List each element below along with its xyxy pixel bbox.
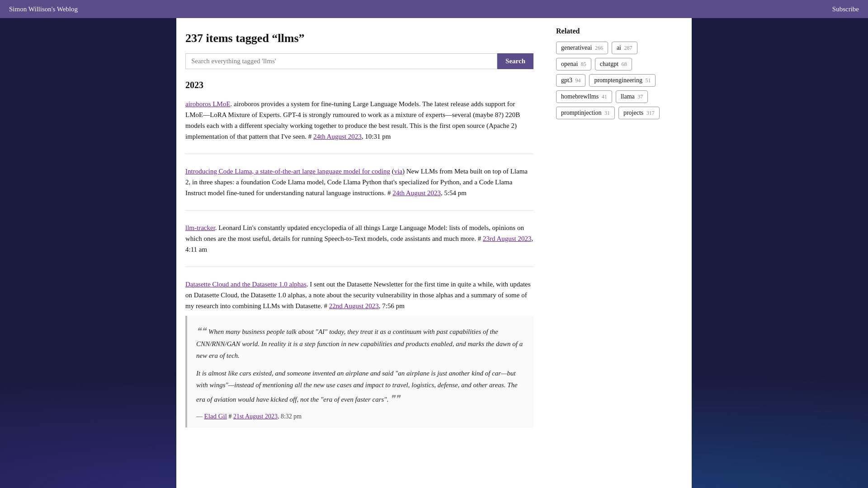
blockquote-attribution: — Elad Gil # 21st August 2023, 8:32 pm — [196, 413, 524, 420]
tag-badge-ai[interactable]: ai 287 — [612, 42, 637, 54]
blockquote: ❝❝ When many business people talk about … — [185, 316, 533, 427]
entry-2-text: Introducing Code Llama, a state-of-the-a… — [185, 166, 533, 198]
entry-datasette-cloud: Datasette Cloud and the Datasette 1.0 al… — [185, 279, 533, 444]
site-title: Simon Willison's Weblog — [9, 5, 78, 13]
tag-badge-llama[interactable]: llama 37 — [616, 90, 648, 103]
search-button[interactable]: Search — [497, 53, 533, 69]
tag-badge-gpt3[interactable]: gpt3 94 — [556, 74, 585, 87]
entry-4-date-link[interactable]: 22nd August 2023 — [329, 302, 379, 310]
entry-3-text: llm-tracker. Leonard Lin's constantly up… — [185, 222, 533, 255]
site-header: Simon Willison's Weblog Subscribe — [0, 0, 868, 18]
tag-badge-promptengineering[interactable]: promptengineering 51 — [589, 74, 656, 87]
tag-badge-homebrewllms[interactable]: homebrewllms 41 — [556, 90, 612, 103]
blockquote-p1: ❝❝ When many business people talk about … — [196, 323, 524, 361]
search-bar: Search — [185, 53, 533, 69]
entry-code-llama: Introducing Code Llama, a state-of-the-a… — [185, 166, 533, 211]
tag-badge-openai[interactable]: openai 85 — [556, 58, 591, 70]
entry-2-via-link[interactable]: via — [394, 168, 402, 175]
tag-badge-generativeai[interactable]: generativeai 266 — [556, 42, 608, 54]
main-content: 237 items tagged “llms” Search 2023 airo… — [176, 18, 547, 488]
entry-3-date-link[interactable]: 23rd August 2023 — [483, 235, 532, 242]
close-quote-mark: ❞❞ — [390, 394, 400, 404]
entry-1-date-link[interactable]: 24th August 2023 — [313, 133, 362, 140]
tag-badge-projects[interactable]: projects 317 — [618, 107, 660, 119]
blockquote-p2: It is almost like cars existed, and some… — [196, 368, 524, 406]
entry-llm-tracker: llm-tracker. Leonard Lin's constantly up… — [185, 222, 533, 267]
entry-1-title-link[interactable]: airoboros LMoE — [185, 100, 231, 108]
page-title: 237 items tagged “llms” — [185, 32, 533, 45]
entry-2-title-link[interactable]: Introducing Code Llama, a state-of-the-a… — [185, 168, 390, 175]
tags-grid: generativeai 266ai 287openai 85chatgpt 6… — [556, 42, 665, 119]
search-input[interactable] — [185, 53, 497, 69]
tag-badge-promptinjection[interactable]: promptinjection 31 — [556, 107, 615, 119]
page-wrapper: 237 items tagged “llms” Search 2023 airo… — [176, 18, 692, 488]
entry-2-date-link[interactable]: 24th August 2023 — [392, 189, 441, 197]
entry-3-title-link[interactable]: llm-tracker — [185, 224, 215, 231]
sidebar: Related generativeai 266ai 287openai 85c… — [547, 18, 674, 488]
entry-4-title-link[interactable]: Datasette Cloud and the Datasette 1.0 al… — [185, 281, 307, 288]
attribution-date-link[interactable]: 21st August 2023 — [233, 413, 278, 420]
tag-badge-chatgpt[interactable]: chatgpt 68 — [595, 58, 632, 70]
subscribe-link[interactable]: Subscribe — [832, 5, 859, 13]
related-heading: Related — [556, 27, 665, 35]
open-quote-mark: ❝❝ — [196, 326, 208, 336]
entry-4-text: Datasette Cloud and the Datasette 1.0 al… — [185, 279, 533, 311]
attribution-author-link[interactable]: Elad Gil — [204, 413, 227, 420]
year-heading: 2023 — [185, 80, 533, 90]
entry-1-text: airoboros LMoE. airoboros provides a sys… — [185, 99, 533, 142]
entry-airoboros: airoboros LMoE. airoboros provides a sys… — [185, 99, 533, 154]
